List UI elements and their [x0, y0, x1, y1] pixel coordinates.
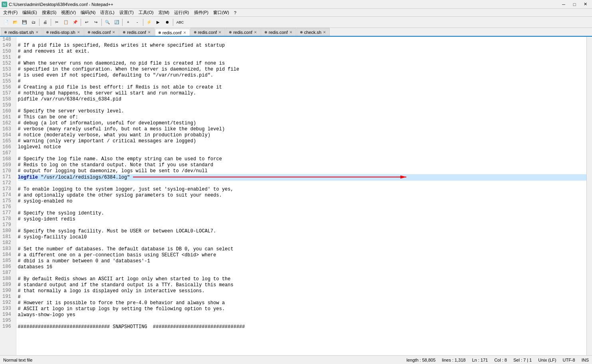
minimize-button[interactable]: ─ [558, 1, 569, 8]
menu-plugins[interactable]: 插件(P) [192, 9, 211, 16]
menu-tools[interactable]: 工具(O) [136, 9, 156, 16]
tab-label: redis.conf [127, 30, 146, 35]
menu-encode[interactable]: 编码(N) [78, 9, 98, 16]
tab-close[interactable]: ✕ [254, 30, 257, 34]
line-number: 163 [2, 126, 14, 132]
tb-copy[interactable]: 📋 [61, 18, 70, 27]
status-eol: Unix (LF) [538, 358, 556, 362]
tab-redis-conf-3[interactable]: redis.conf ✕ [190, 28, 226, 36]
app-icon: N [2, 2, 7, 7]
line-number: 169 [2, 162, 14, 168]
tab-redis-stop[interactable]: redis-stop.sh ✕ [43, 28, 84, 36]
tab-check-sh[interactable]: check.sh ✕ [297, 28, 330, 36]
menu-lang[interactable]: 语言(L) [98, 9, 117, 16]
line-number: 194 [2, 312, 14, 318]
code-line: # warning (only very important / critica… [18, 138, 586, 144]
line-number: 177 [2, 210, 14, 216]
tb-open[interactable]: 📂 [11, 18, 20, 27]
tb-saveall[interactable]: 🗂 [29, 18, 38, 27]
menu-edit[interactable]: 编辑(E) [20, 9, 40, 16]
tb-zoom-in[interactable]: + [124, 18, 133, 27]
tb-redo[interactable]: ↪ [91, 18, 100, 27]
tb-replace[interactable]: 🔄 [112, 18, 121, 27]
tb-new[interactable]: 📄 [2, 18, 10, 27]
line-number: 164 [2, 132, 14, 138]
tab-redis-conf-4[interactable]: redis.conf ✕ [226, 28, 261, 36]
line-number: 168 [2, 156, 14, 162]
line-number: 161 [2, 114, 14, 120]
tab-close[interactable]: ✕ [112, 30, 115, 34]
tb-macro[interactable]: ⏺ [163, 18, 172, 27]
tb-run[interactable]: ▶ [154, 18, 162, 27]
tab-close[interactable]: ✕ [77, 30, 80, 34]
tb-zoom-out[interactable]: - [133, 18, 142, 27]
code-line: # [18, 294, 586, 300]
tab-dot [158, 31, 161, 34]
tab-bar: redis-start.sh ✕ redis-stop.sh ✕ redis.c… [0, 28, 592, 37]
tab-close[interactable]: ✕ [323, 30, 326, 34]
close-button[interactable]: ✕ [580, 1, 590, 8]
tab-redis-conf-1[interactable]: redis.conf ✕ [84, 28, 119, 36]
menu-settings[interactable]: 设置(T) [117, 9, 136, 16]
code-line [18, 102, 586, 108]
tb-print[interactable]: 🖨 [41, 18, 49, 27]
line-number: 193 [2, 306, 14, 312]
tab-redis-start[interactable]: redis-start.sh ✕ [1, 28, 42, 36]
toolbar: 📄 📂 💾 🗂 🖨 ✂ 📋 📌 ↩ ↪ 🔍 🔄 + - ⚡ ▶ ⏺ ABC [0, 17, 592, 28]
code-line: # When the server runs non daemonized, n… [18, 61, 586, 67]
code-line: # Set the number of databases. The defau… [18, 246, 586, 252]
menu-view[interactable]: 视图(V) [59, 9, 78, 16]
code-area[interactable]: # If a pid file is specified, Redis writ… [16, 37, 586, 355]
line-number: 180 [2, 228, 14, 234]
status-col: Col : 8 [494, 358, 507, 362]
tb-find[interactable]: 🔍 [103, 18, 112, 27]
title-text: C:\Users\admin\Desktop\6384\redis.conf -… [9, 2, 113, 7]
tab-close[interactable]: ✕ [289, 30, 293, 34]
tb-sync[interactable]: ⚡ [145, 18, 153, 27]
tab-label: redis.conf [92, 30, 111, 35]
maximize-button[interactable]: □ [569, 1, 580, 8]
code-line: ################################ SNAPSHO… [18, 324, 586, 330]
line-number: 175 [2, 198, 14, 204]
tab-label: check.sh [304, 30, 321, 35]
menu-window[interactable]: 窗口(W) [211, 9, 232, 16]
tb-undo[interactable]: ↩ [82, 18, 91, 27]
tb-cut[interactable]: ✂ [52, 18, 61, 27]
scrollbar-vertical[interactable] [586, 37, 592, 355]
code-line: # specified in the configuration. When t… [18, 67, 586, 73]
tab-close[interactable]: ✕ [183, 31, 186, 35]
tb-abc[interactable]: ABC [174, 18, 186, 27]
tab-close[interactable]: ✕ [148, 30, 151, 34]
tab-close[interactable]: ✕ [218, 30, 222, 34]
tab-dot [123, 31, 125, 33]
tab-dot [229, 31, 232, 33]
code-line [18, 318, 586, 324]
line-number: 166 [2, 144, 14, 150]
menu-file[interactable]: 文件(F) [1, 9, 20, 16]
status-length: length : 58,805 [406, 358, 436, 362]
code-line: # However it is possible to force the pr… [18, 300, 586, 306]
code-line: # dbid is a number between 0 and 'databa… [18, 258, 586, 264]
tab-redis-conf-2[interactable]: redis.conf ✕ [119, 28, 154, 36]
line-number: 184 [2, 252, 14, 258]
line-number: 153 [2, 67, 14, 73]
code-line: # nothing bad happens, the server will s… [18, 91, 586, 96]
tab-redis-conf-5[interactable]: redis.conf ✕ [261, 28, 296, 36]
menu-search[interactable]: 搜索(S) [40, 9, 59, 16]
tab-close[interactable]: ✕ [36, 30, 39, 34]
status-encoding: UTF-8 [562, 358, 575, 362]
code-line [18, 150, 586, 156]
tab-label: redis.conf [233, 30, 252, 35]
tb-paste[interactable]: 📌 [71, 18, 79, 27]
status-sel: Sel : 7 | 1 [513, 358, 532, 362]
code-line: # syslog-ident redis [18, 216, 586, 222]
code-line: loglevel notice [18, 144, 586, 150]
line-number: 167 [2, 150, 14, 156]
menu-macro[interactable]: 宏(M) [156, 9, 172, 16]
menu-run[interactable]: 运行(R) [172, 9, 191, 16]
tab-redis-conf-active[interactable]: redis.conf ✕ [155, 29, 190, 37]
editor-area: 1481491501511521531541551561571581591601… [0, 37, 592, 355]
code-line: # syslog-enabled no [18, 199, 586, 205]
menu-help[interactable]: ? [232, 9, 239, 16]
tb-save[interactable]: 💾 [20, 18, 29, 27]
